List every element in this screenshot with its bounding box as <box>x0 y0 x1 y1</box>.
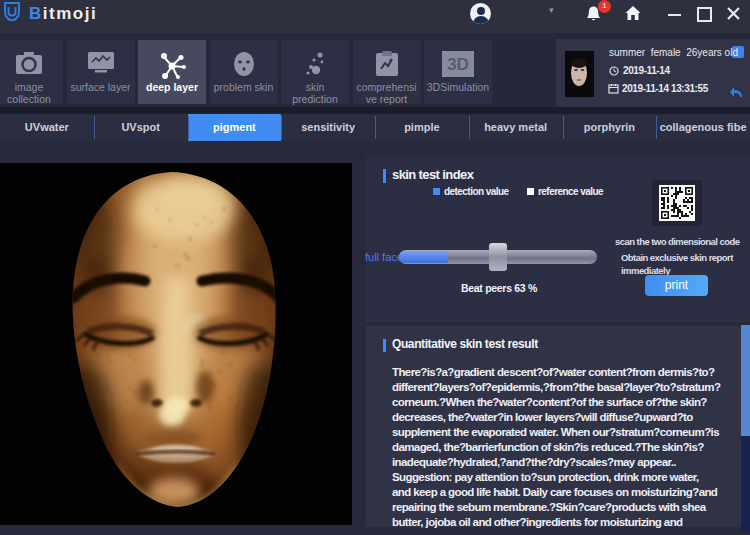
svg-text:3D: 3D <box>447 55 469 74</box>
